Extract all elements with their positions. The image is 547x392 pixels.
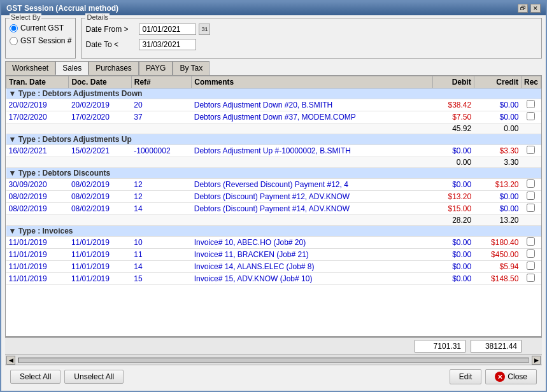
table-row[interactable]: 11/01/2019 11/01/2019 14 Invoice# 14, AL… xyxy=(6,261,541,273)
debit: $0.00 xyxy=(433,273,474,285)
debit: $15.00 xyxy=(433,203,474,215)
tab-purchases[interactable]: Purchases xyxy=(89,61,139,75)
scroll-track[interactable] xyxy=(18,358,529,363)
table-row[interactable]: 20/02/2019 20/02/2019 20 Debtors Adjustm… xyxy=(6,99,541,111)
date-from-input[interactable] xyxy=(139,24,196,35)
table-row[interactable]: 11/01/2019 11/01/2019 15 Invoice# 15, AD… xyxy=(6,273,541,285)
horizontal-scrollbar[interactable]: ◀ ▶ xyxy=(5,354,542,365)
close-window-button[interactable]: ✕ xyxy=(530,4,541,13)
debit: $13.20 xyxy=(433,191,474,203)
tab-by-tax[interactable]: By Tax xyxy=(173,61,210,75)
table-row[interactable]: 17/02/2020 17/02/2020 37 Debtors Adjustm… xyxy=(6,111,541,123)
comments: Invoice# 15, ADV.KNOW (Job# 10) xyxy=(192,273,433,285)
select-by-label: Select By xyxy=(10,13,41,21)
date-to-input[interactable] xyxy=(139,39,196,50)
rec-checkbox[interactable] xyxy=(521,191,541,203)
table-body: ▼ Type : Debtors Adjustments Down 20/02/… xyxy=(6,88,541,285)
rec-checkbox[interactable] xyxy=(521,237,541,249)
details-label: Details xyxy=(85,13,110,21)
date-to-label: Date To < xyxy=(85,40,136,49)
current-gst-label: Current GST xyxy=(20,24,64,32)
col-debit: Debit xyxy=(433,76,474,88)
section-header-adjustments-down: ▼ Type : Debtors Adjustments Down xyxy=(6,88,541,99)
credit: $0.00 xyxy=(474,191,521,203)
unselect-all-button[interactable]: Unselect All xyxy=(64,370,124,384)
table-row[interactable]: 08/02/2019 08/02/2019 12 Debtors (Discou… xyxy=(6,191,541,203)
top-panels: Select By Current GST GST Session # Deta… xyxy=(5,18,542,59)
current-gst-row[interactable]: Current GST xyxy=(10,24,71,32)
scroll-right-button[interactable]: ▶ xyxy=(532,356,541,365)
tab-worksheet[interactable]: Worksheet xyxy=(5,61,55,75)
close-label: Close xyxy=(508,372,527,381)
bottom-totals: 7101.31 38121.44 xyxy=(5,337,542,354)
calendar-from-button[interactable]: 31 xyxy=(199,24,210,35)
total-credit: 38121.44 xyxy=(471,340,522,353)
restore-button[interactable]: 🗗 xyxy=(518,4,528,13)
tran-date: 17/02/2020 xyxy=(6,111,69,123)
ref: 10 xyxy=(131,237,192,249)
current-gst-radio[interactable] xyxy=(10,24,18,32)
titlebar-controls: 🗗 ✕ xyxy=(518,4,541,13)
table-row[interactable]: 30/09/2020 08/02/2019 12 Debtors (Revers… xyxy=(6,179,541,191)
tab-payg[interactable]: PAYG xyxy=(139,61,173,75)
col-credit: Credit xyxy=(474,76,521,88)
doc-date: 15/02/2021 xyxy=(69,145,131,157)
tab-sales[interactable]: Sales xyxy=(55,61,89,75)
edit-button[interactable]: Edit xyxy=(450,369,482,384)
comments: Debtors Adjustment Down #20, B.SMITH xyxy=(192,99,433,111)
window-title: GST Session (Accrual method) xyxy=(6,4,118,13)
table-header-row: Tran. Date Doc. Date Ref# Comments Debit… xyxy=(6,76,541,88)
doc-date: 11/01/2019 xyxy=(69,249,131,261)
main-window: GST Session (Accrual method) 🗗 ✕ Select … xyxy=(0,0,547,392)
subtotal-spacer xyxy=(6,123,433,134)
credit: $5.94 xyxy=(474,261,521,273)
doc-date: 17/02/2020 xyxy=(69,111,131,123)
section-label-adjustments-down: ▼ Type : Debtors Adjustments Down xyxy=(6,88,541,99)
comments: Debtors (Discount) Payment #14, ADV.KNOW xyxy=(192,203,433,215)
rec-checkbox[interactable] xyxy=(521,179,541,191)
subtotal-row: 45.92 0.00 xyxy=(6,123,541,134)
ref: 12 xyxy=(131,179,192,191)
ref: 15 xyxy=(131,273,192,285)
data-table-container[interactable]: Tran. Date Doc. Date Ref# Comments Debit… xyxy=(5,75,542,337)
tran-date: 11/01/2019 xyxy=(6,273,69,285)
ref: 14 xyxy=(131,203,192,215)
credit: $0.00 xyxy=(474,99,521,111)
rec-checkbox[interactable] xyxy=(521,249,541,261)
subtotal-credit: 0.00 xyxy=(474,123,521,134)
debit: $0.00 xyxy=(433,237,474,249)
comments: Invoice# 10, ABEC.HO (Job# 20) xyxy=(192,237,433,249)
rec-checkbox[interactable] xyxy=(521,99,541,111)
left-buttons: Select All Unselect All xyxy=(10,370,124,384)
rec-checkbox[interactable] xyxy=(521,145,541,157)
gst-session-row[interactable]: GST Session # xyxy=(10,36,71,45)
data-table: Tran. Date Doc. Date Ref# Comments Debit… xyxy=(6,76,541,285)
tran-date: 08/02/2019 xyxy=(6,203,69,215)
rec-checkbox[interactable] xyxy=(521,273,541,285)
main-content: Select By Current GST GST Session # Deta… xyxy=(1,15,546,391)
select-all-button[interactable]: Select All xyxy=(10,370,60,384)
tran-date: 16/02/2021 xyxy=(6,145,69,157)
table-row[interactable]: 11/01/2019 11/01/2019 11 Invoice# 11, BR… xyxy=(6,249,541,261)
scroll-left-button[interactable]: ◀ xyxy=(6,356,15,365)
tab-bar: Worksheet Sales Purchases PAYG By Tax xyxy=(5,61,542,75)
gst-session-label: GST Session # xyxy=(20,36,71,45)
gst-session-radio[interactable] xyxy=(10,37,18,45)
right-buttons: Edit ✕ Close xyxy=(450,369,537,384)
table-row[interactable]: 11/01/2019 11/01/2019 10 Invoice# 10, AB… xyxy=(6,237,541,249)
credit: $180.40 xyxy=(474,237,521,249)
table-row[interactable]: 16/02/2021 15/02/2021 -10000002 Debtors … xyxy=(6,145,541,157)
subtotal-row: 0.00 3.30 xyxy=(6,157,541,168)
ref: 20 xyxy=(131,99,192,111)
close-button[interactable]: ✕ Close xyxy=(485,369,537,384)
details-group: Details Date From > 31 Date To < xyxy=(81,18,542,59)
tran-date: 11/01/2019 xyxy=(6,237,69,249)
rec-checkbox[interactable] xyxy=(521,111,541,123)
col-tran-date: Tran. Date xyxy=(6,76,69,88)
total-debit: 7101.31 xyxy=(415,340,465,353)
tran-date: 11/01/2019 xyxy=(6,261,69,273)
table-row[interactable]: 08/02/2019 08/02/2019 14 Debtors (Discou… xyxy=(6,203,541,215)
rec-checkbox[interactable] xyxy=(521,203,541,215)
rec-checkbox[interactable] xyxy=(521,261,541,273)
debit: $7.50 xyxy=(433,111,474,123)
